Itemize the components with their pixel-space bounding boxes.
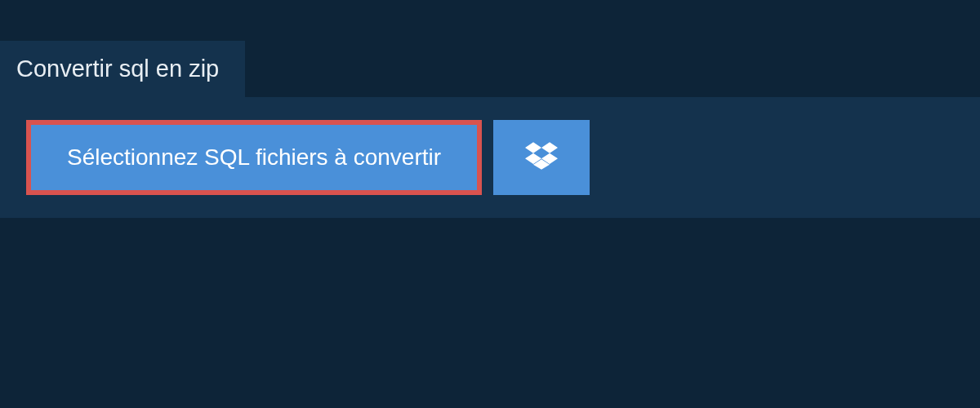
- converter-panel: Sélectionnez SQL fichiers à convertir: [0, 97, 980, 218]
- dropbox-icon: [525, 140, 558, 175]
- dropbox-button[interactable]: [493, 120, 590, 195]
- select-files-button[interactable]: Sélectionnez SQL fichiers à convertir: [26, 120, 482, 195]
- tab-title: Convertir sql en zip: [16, 55, 219, 82]
- select-files-label: Sélectionnez SQL fichiers à convertir: [67, 144, 441, 171]
- tab-convert[interactable]: Convertir sql en zip: [0, 41, 245, 97]
- button-row: Sélectionnez SQL fichiers à convertir: [26, 120, 957, 195]
